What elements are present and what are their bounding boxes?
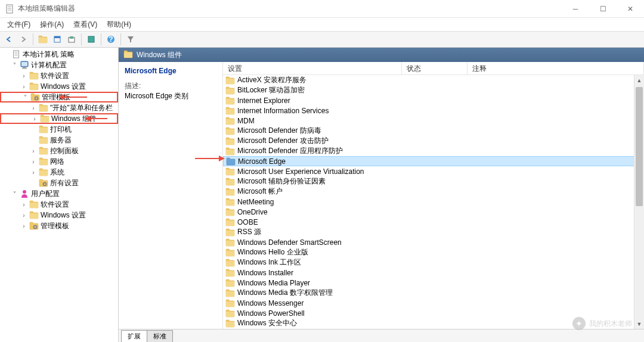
row-label: Windows Messenger (237, 299, 304, 307)
scroll-up-icon[interactable]: ▲ (634, 75, 644, 85)
tree-label: 网络 (50, 157, 64, 167)
tree-user-admin[interactable]: ›管理模板 (0, 220, 118, 231)
tree-user-software[interactable]: ›软件设置 (0, 199, 118, 210)
list-row[interactable]: BitLocker 驱动器加密 (223, 85, 644, 95)
folder-icon (225, 289, 235, 297)
col-state[interactable]: 状态 (402, 62, 467, 74)
show-hide-button[interactable] (51, 33, 64, 46)
list-row[interactable]: Microsoft User Experience Virtualization (223, 166, 644, 176)
tree-computer-config[interactable]: ˅计算机配置 (0, 60, 118, 70)
tab-extended[interactable]: 扩展 (121, 330, 147, 342)
folder-icon (225, 147, 235, 156)
vertical-scrollbar[interactable]: ▲ ▼ (634, 75, 644, 329)
tree-all-settings[interactable]: 所有设置 (0, 178, 118, 188)
folder-icon (225, 178, 235, 186)
tree-root[interactable]: 本地计算机 策略 (0, 49, 118, 60)
list-row[interactable]: Internet Information Services (223, 105, 644, 116)
list-row[interactable]: NetMeeting (223, 197, 644, 207)
wechat-icon: ✦ (572, 317, 586, 330)
row-label: Windows Hello 企业版 (237, 247, 308, 257)
refresh-button[interactable] (85, 33, 98, 46)
folder-icon (225, 117, 235, 125)
list-row[interactable]: OneDrive (223, 207, 644, 217)
menu-help[interactable]: 帮助(H) (102, 18, 136, 31)
tree-sidebar[interactable]: 本地计算机 策略 ˅计算机配置 ›软件设置 ›Windows 设置 ˅管理模板 … (0, 48, 119, 342)
tree-label: 本地计算机 策略 (23, 49, 75, 60)
tree-server[interactable]: 服务器 (0, 135, 118, 145)
tree-printers[interactable]: 打印机 (0, 124, 118, 135)
col-comment[interactable]: 注释 (467, 62, 644, 74)
list-row[interactable]: Internet Explorer (223, 95, 644, 105)
list-row[interactable]: Windows Messenger (223, 298, 644, 308)
tree-software-settings[interactable]: ›软件设置 (0, 70, 118, 81)
toolbar: ? (0, 31, 644, 48)
red-arrow-icon (195, 154, 225, 163)
tree-control-panel[interactable]: ›控制面板 (0, 145, 118, 156)
export-button[interactable] (65, 33, 78, 46)
menu-file[interactable]: 文件(F) (2, 18, 35, 31)
scroll-thumb[interactable] (636, 87, 643, 206)
tree-label: 用户配置 (31, 189, 60, 199)
col-settings[interactable]: 设置 (223, 62, 402, 74)
folder-icon (225, 127, 235, 135)
folder-icon (225, 309, 235, 318)
svg-point-19 (23, 190, 26, 194)
tree-user-config[interactable]: ˅用户配置 (0, 188, 118, 199)
tree-windows-settings[interactable]: ›Windows 设置 (0, 81, 118, 92)
row-label: Windows Defender SmartScreen (237, 238, 342, 247)
folder-icon (225, 299, 235, 307)
list-row[interactable]: Microsoft Defender 防病毒 (223, 126, 644, 136)
minimize-button[interactable]: ─ (562, 0, 589, 18)
back-button[interactable] (2, 33, 16, 46)
forward-button[interactable] (17, 33, 30, 46)
maximize-button[interactable]: ☐ (589, 0, 617, 18)
list-row[interactable]: MDM (223, 116, 644, 126)
list-row[interactable]: Windows Ink 工作区 (223, 257, 644, 268)
path-bar: Windows 组件 (119, 48, 644, 62)
list-row[interactable]: Microsoft Defender 攻击防护 (223, 136, 644, 146)
list-row[interactable]: RSS 源 (223, 227, 644, 237)
folder-icon (225, 86, 235, 95)
row-label: NetMeeting (237, 198, 274, 206)
list-panel: 设置 状态 注释 ActiveX 安装程序服务BitLocker 驱动器加密In… (223, 62, 644, 329)
row-label: ActiveX 安装程序服务 (237, 75, 306, 85)
list-row[interactable]: Windows Hello 企业版 (223, 247, 644, 257)
row-label: BitLocker 驱动器加密 (237, 85, 305, 95)
help-button[interactable]: ? (104, 33, 117, 46)
menu-action[interactable]: 操作(A) (35, 18, 69, 31)
list-row[interactable]: Windows Installer (223, 268, 644, 278)
tree-system[interactable]: ›系统 (0, 167, 118, 178)
red-arrow-icon (85, 114, 109, 123)
folder-icon (225, 259, 235, 267)
list-body[interactable]: ActiveX 安装程序服务BitLocker 驱动器加密Internet Ex… (223, 75, 644, 329)
folder-icon (225, 248, 235, 257)
folder-icon (225, 107, 235, 115)
list-row[interactable]: Microsoft 帐户 (223, 186, 644, 197)
tree-label: 控制面板 (50, 146, 79, 156)
scroll-down-icon[interactable]: ▼ (634, 319, 644, 329)
list-row[interactable]: Microsoft 辅助身份验证因素 (223, 176, 644, 186)
folder-icon (225, 269, 235, 277)
row-label: Microsoft 帐户 (237, 186, 283, 197)
list-row[interactable]: OOBE (223, 217, 644, 227)
list-row[interactable]: Windows Defender SmartScreen (223, 237, 644, 247)
up-button[interactable] (36, 33, 49, 46)
list-row[interactable]: ActiveX 安装程序服务 (223, 75, 644, 85)
window-title: 本地组策略编辑器 (18, 4, 75, 14)
folder-icon (225, 188, 235, 196)
filter-button[interactable] (124, 33, 137, 46)
desc-text: Microsoft Edge 类别 (125, 91, 216, 101)
list-row[interactable]: Windows Media 数字权限管理 (223, 288, 644, 298)
close-button[interactable]: ✕ (617, 0, 644, 18)
tree-user-windows[interactable]: ›Windows 设置 (0, 210, 118, 220)
folder-icon (225, 137, 235, 145)
folder-icon (225, 97, 235, 105)
tab-standard[interactable]: 标准 (147, 330, 173, 342)
list-row[interactable]: Windows Media Player (223, 278, 644, 288)
menu-view[interactable]: 查看(V) (69, 18, 102, 31)
tree-start-menu[interactable]: ›"开始"菜单和任务栏 (0, 102, 118, 113)
list-row[interactable]: Microsoft Edge (223, 156, 644, 166)
tree-network[interactable]: ›网络 (0, 156, 118, 167)
list-row[interactable]: Microsoft Defender 应用程序防护 (223, 146, 644, 156)
red-arrow-icon (58, 93, 88, 101)
